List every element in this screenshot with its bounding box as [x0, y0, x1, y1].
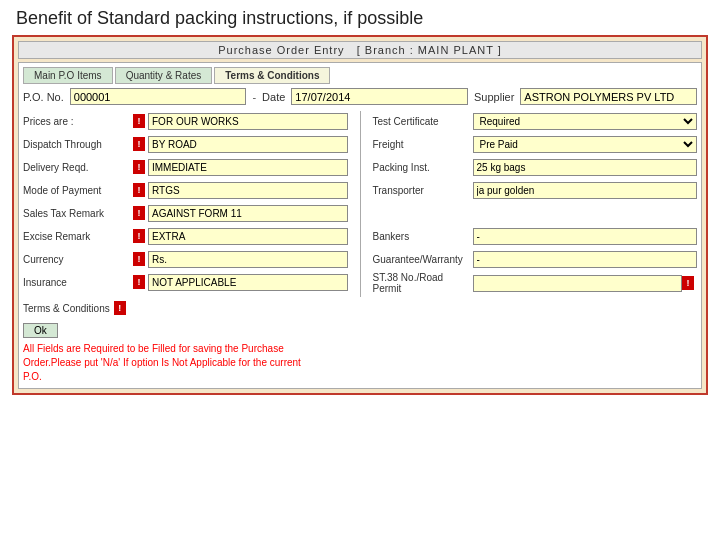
- info-btn-left-5[interactable]: !: [133, 229, 145, 243]
- left-row-1: Dispatch Through!: [23, 134, 348, 154]
- right-input-7[interactable]: [473, 275, 683, 292]
- left-label-7: Insurance: [23, 277, 133, 288]
- form-body: Prices are :!Dispatch Through!Delivery R…: [23, 111, 697, 297]
- window-title: Purchase Order Entry [ Branch : MAIN PLA…: [18, 41, 702, 59]
- left-row-5: Excise Remark!: [23, 226, 348, 246]
- info-btn-left-4[interactable]: !: [133, 206, 145, 220]
- terms-row: Terms & Conditions !: [23, 301, 697, 315]
- po-no-label: P.O. No.: [23, 91, 64, 103]
- left-input-7[interactable]: [148, 274, 348, 291]
- left-input-3[interactable]: [148, 182, 348, 199]
- right-label-1: Freight: [373, 139, 473, 150]
- right-label-5: Bankers: [373, 231, 473, 242]
- left-input-6[interactable]: [148, 251, 348, 268]
- right-select-0[interactable]: Required: [473, 113, 698, 130]
- left-label-5: Excise Remark: [23, 231, 133, 242]
- supplier-label: Supplier: [474, 91, 514, 103]
- left-row-3: Mode of Payment!: [23, 180, 348, 200]
- left-label-4: Sales Tax Remark: [23, 208, 133, 219]
- left-label-2: Delivery Reqd.: [23, 162, 133, 173]
- right-row-7: ST.38 No./Road Permit!: [373, 272, 698, 294]
- right-label-0: Test Certificate: [373, 116, 473, 127]
- right-row-5: Bankers: [373, 226, 698, 246]
- left-label-1: Dispatch Through: [23, 139, 133, 150]
- left-label-0: Prices are :: [23, 116, 133, 127]
- po-no-input[interactable]: [70, 88, 247, 105]
- right-row-2: Packing Inst.: [373, 157, 698, 177]
- terms-label: Terms & Conditions: [23, 303, 110, 314]
- terms-info-btn[interactable]: !: [114, 301, 126, 315]
- left-row-6: Currency!: [23, 249, 348, 269]
- right-row-6: Guarantee/Warranty: [373, 249, 698, 269]
- info-btn-left-1[interactable]: !: [133, 137, 145, 151]
- date-input[interactable]: [291, 88, 468, 105]
- left-input-1[interactable]: [148, 136, 348, 153]
- left-input-5[interactable]: [148, 228, 348, 245]
- info-btn-left-7[interactable]: !: [133, 275, 145, 289]
- info-btn-left-3[interactable]: !: [133, 183, 145, 197]
- tab-main-po[interactable]: Main P.O Items: [23, 67, 113, 84]
- info-btn-right-7[interactable]: !: [682, 276, 694, 290]
- inner-frame: Main P.O Items Quantity & Rates Terms & …: [18, 62, 702, 389]
- right-input-6[interactable]: [473, 251, 698, 268]
- dash-sep: -: [252, 91, 256, 103]
- right-select-1[interactable]: Pre Paid: [473, 136, 698, 153]
- col-divider: [360, 111, 361, 297]
- page-title: Benefit of Standard packing instructions…: [0, 0, 720, 35]
- left-input-4[interactable]: [148, 205, 348, 222]
- tab-terms[interactable]: Terms & Conditions: [214, 67, 330, 84]
- info-btn-left-6[interactable]: !: [133, 252, 145, 266]
- outer-frame: Purchase Order Entry [ Branch : MAIN PLA…: [12, 35, 708, 395]
- right-col: Test CertificateRequiredFreightPre PaidP…: [373, 111, 698, 297]
- left-row-2: Delivery Reqd.!: [23, 157, 348, 177]
- footer-text: All Fields are Required to be Filled for…: [23, 342, 697, 384]
- right-input-2[interactable]: [473, 159, 698, 176]
- info-btn-left-0[interactable]: !: [133, 114, 145, 128]
- right-row-4: [373, 203, 698, 223]
- left-input-2[interactable]: [148, 159, 348, 176]
- left-col: Prices are :!Dispatch Through!Delivery R…: [23, 111, 348, 297]
- right-label-2: Packing Inst.: [373, 162, 473, 173]
- supplier-input[interactable]: [520, 88, 697, 105]
- right-input-3[interactable]: [473, 182, 698, 199]
- right-label-6: Guarantee/Warranty: [373, 254, 473, 265]
- tab-qty-rates[interactable]: Quantity & Rates: [115, 67, 213, 84]
- left-label-3: Mode of Payment: [23, 185, 133, 196]
- right-input-5[interactable]: [473, 228, 698, 245]
- ok-button[interactable]: Ok: [23, 323, 58, 338]
- left-row-4: Sales Tax Remark!: [23, 203, 348, 223]
- right-label-7: ST.38 No./Road Permit: [373, 272, 473, 294]
- right-row-1: FreightPre Paid: [373, 134, 698, 154]
- left-row-7: Insurance!: [23, 272, 348, 292]
- info-btn-left-2[interactable]: !: [133, 160, 145, 174]
- left-label-6: Currency: [23, 254, 133, 265]
- po-header: P.O. No. - Date Supplier: [23, 88, 697, 105]
- right-row-0: Test CertificateRequired: [373, 111, 698, 131]
- left-input-0[interactable]: [148, 113, 348, 130]
- right-label-3: Transporter: [373, 185, 473, 196]
- tabs-row: Main P.O Items Quantity & Rates Terms & …: [23, 67, 697, 84]
- right-row-3: Transporter: [373, 180, 698, 200]
- date-label: Date: [262, 91, 285, 103]
- left-row-0: Prices are :!: [23, 111, 348, 131]
